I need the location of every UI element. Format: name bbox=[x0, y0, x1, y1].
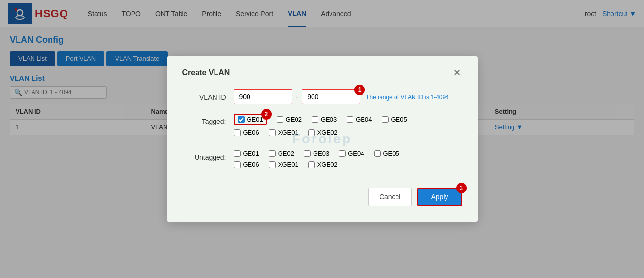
untagged-ge03-checkbox[interactable] bbox=[304, 150, 311, 157]
untagged-xge02-checkbox[interactable] bbox=[308, 161, 315, 168]
untagged-xge02-label: XGE02 bbox=[317, 161, 338, 168]
untagged-ge02-checkbox[interactable] bbox=[269, 150, 276, 157]
tagged-ge06-item: GE06 bbox=[234, 129, 259, 136]
vlan-id-label: VLAN ID bbox=[182, 89, 226, 101]
untagged-xge01-item: XGE01 bbox=[269, 161, 298, 168]
create-vlan-modal: Forolep Create VLAN ✕ VLAN ID - 1 The ra… bbox=[167, 56, 478, 222]
modal-overlay: Forolep Create VLAN ✕ VLAN ID - 1 The ra… bbox=[0, 0, 644, 278]
tagged-ge05-checkbox[interactable] bbox=[382, 116, 389, 123]
vlan-id-start-input[interactable] bbox=[234, 89, 292, 104]
untagged-xge02-item: XGE02 bbox=[308, 161, 338, 168]
tagged-xge02-checkbox[interactable] bbox=[308, 129, 315, 136]
untagged-ge01-checkbox[interactable] bbox=[234, 150, 241, 157]
tagged-ge01-checkbox[interactable] bbox=[238, 116, 245, 123]
untagged-ge03-label: GE03 bbox=[313, 150, 329, 157]
untagged-ge04-label: GE04 bbox=[348, 150, 364, 157]
untagged-ge06-label: GE06 bbox=[243, 161, 259, 168]
vlan-range-hint: The range of VLAN ID is 1-4094 bbox=[366, 94, 449, 101]
modal-footer: Cancel Apply 3 bbox=[182, 188, 462, 206]
tagged-ge03-checkbox[interactable] bbox=[312, 116, 318, 123]
untagged-ge05-item: GE05 bbox=[374, 150, 399, 157]
tagged-ge03-item: GE03 bbox=[312, 116, 337, 123]
vlan-id-end-input[interactable] bbox=[302, 89, 360, 104]
vlan-id-highlight: - 1 bbox=[234, 89, 361, 104]
vlan-id-content: - 1 The range of VLAN ID is 1-4094 bbox=[234, 89, 462, 104]
untagged-ge06-item: GE06 bbox=[234, 161, 259, 168]
untagged-row: Untagged: GE01 GE02 GE03 bbox=[182, 150, 462, 172]
modal-title: Create VLAN bbox=[182, 69, 230, 77]
apply-button[interactable]: Apply bbox=[417, 188, 462, 206]
tagged-checkbox-row-1: GE01 2 GE02 GE03 GE04 bbox=[234, 114, 462, 125]
modal-header: Create VLAN ✕ bbox=[182, 68, 462, 78]
untagged-ge02-label: GE02 bbox=[278, 150, 294, 157]
untagged-label: Untagged: bbox=[182, 150, 226, 161]
tagged-ge02-label: GE02 bbox=[286, 116, 302, 123]
tagged-label: Tagged: bbox=[182, 114, 226, 125]
tagged-xge01-checkbox[interactable] bbox=[269, 129, 276, 136]
untagged-checkbox-row-2: GE06 XGE01 XGE02 bbox=[234, 161, 462, 168]
vlan-id-dash: - bbox=[296, 93, 298, 101]
tagged-ge02-checkbox[interactable] bbox=[277, 116, 283, 123]
tagged-ge04-item: GE04 bbox=[347, 116, 372, 123]
tagged-checkbox-row-2: GE06 XGE01 XGE02 bbox=[234, 129, 462, 136]
step-badge-1: 1 bbox=[354, 85, 365, 95]
step-badge-3: 3 bbox=[456, 183, 467, 193]
tagged-ge04-checkbox[interactable] bbox=[347, 116, 353, 123]
untagged-ge04-item: GE04 bbox=[339, 150, 364, 157]
untagged-ge03-item: GE03 bbox=[304, 150, 329, 157]
untagged-ge02-item: GE02 bbox=[269, 150, 294, 157]
tagged-row: Tagged: GE01 2 GE02 bbox=[182, 114, 462, 140]
untagged-ge04-checkbox[interactable] bbox=[339, 150, 346, 157]
untagged-ge05-checkbox[interactable] bbox=[374, 150, 381, 157]
tagged-xge01-item: XGE01 bbox=[269, 129, 298, 136]
tagged-ge04-label: GE04 bbox=[356, 116, 372, 123]
tagged-ge05-label: GE05 bbox=[391, 116, 407, 123]
tagged-ge01-label: GE01 bbox=[247, 116, 263, 123]
untagged-ge05-label: GE05 bbox=[383, 150, 399, 157]
tagged-ge06-checkbox[interactable] bbox=[234, 129, 241, 136]
tagged-xge02-item: XGE02 bbox=[308, 129, 338, 136]
tagged-content: GE01 2 GE02 GE03 GE04 bbox=[234, 114, 462, 140]
tagged-ge03-label: GE03 bbox=[321, 116, 337, 123]
tagged-ge05-item: GE05 bbox=[382, 116, 407, 123]
untagged-ge06-checkbox[interactable] bbox=[234, 161, 241, 168]
vlan-id-row: VLAN ID - 1 The range of VLAN ID is 1-40… bbox=[182, 89, 462, 104]
cancel-button[interactable]: Cancel bbox=[368, 188, 412, 206]
untagged-content: GE01 GE02 GE03 GE04 bbox=[234, 150, 462, 172]
close-icon[interactable]: ✕ bbox=[452, 68, 462, 78]
untagged-xge01-checkbox[interactable] bbox=[269, 161, 276, 168]
apply-button-wrap: Apply 3 bbox=[417, 188, 462, 206]
untagged-checkbox-row-1: GE01 GE02 GE03 GE04 bbox=[234, 150, 462, 157]
tagged-ge06-label: GE06 bbox=[243, 129, 259, 136]
tagged-ge01-wrap: GE01 2 bbox=[234, 114, 267, 125]
step-badge-2: 2 bbox=[261, 109, 272, 120]
tagged-ge02-item: GE02 bbox=[277, 116, 302, 123]
untagged-ge01-item: GE01 bbox=[234, 150, 259, 157]
untagged-ge01-label: GE01 bbox=[243, 150, 259, 157]
tagged-xge02-label: XGE02 bbox=[317, 129, 338, 136]
untagged-xge01-label: XGE01 bbox=[278, 161, 298, 168]
tagged-xge01-label: XGE01 bbox=[278, 129, 298, 136]
